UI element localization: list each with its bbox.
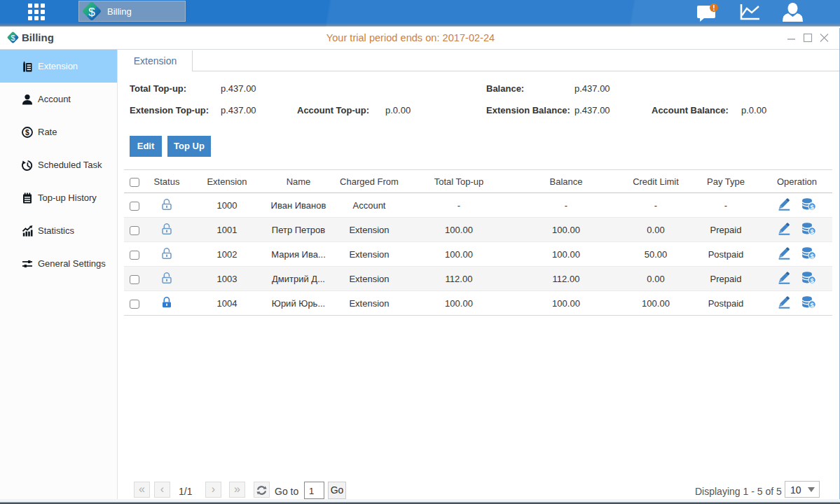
svg-text:$: $ [810,203,814,211]
svg-text:$: $ [88,6,95,19]
svg-text:$: $ [810,301,814,309]
svg-text:$: $ [810,227,814,235]
svg-text:$: $ [25,128,29,136]
svg-text:$: $ [810,276,814,284]
svg-text:!: ! [712,4,715,12]
svg-text:$: $ [810,252,814,260]
